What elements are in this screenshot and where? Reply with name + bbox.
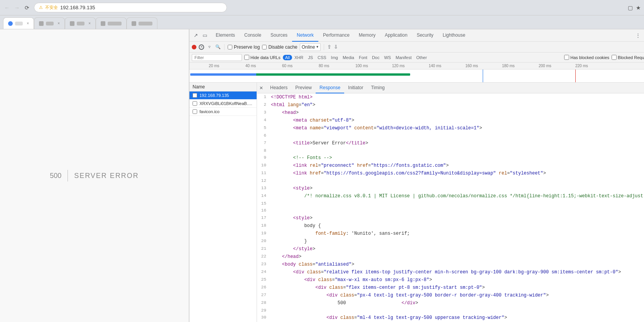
code-line-17: 17 <style>	[257, 214, 644, 222]
line-content-24: <div class="relative flex items-top just…	[271, 269, 644, 276]
resp-tab-timing[interactable]: Timing	[367, 83, 389, 93]
filter-media[interactable]: Media	[340, 55, 357, 60]
line-content-25: <div class="max-w-xl mx-auto sm:px-6 lg:…	[271, 276, 644, 283]
resp-tab-preview[interactable]: Preview	[291, 83, 316, 93]
tab-close-1[interactable]: ×	[27, 21, 29, 25]
resp-tab-response[interactable]: Response	[316, 83, 344, 93]
line-number-7: 7	[257, 140, 271, 147]
code-line-14: 14 /*! normalize.css v8.0.1 | MIT Licens…	[257, 192, 644, 200]
tick-140ms: 140 ms	[429, 64, 441, 68]
upload-icon[interactable]: ⇧	[327, 44, 331, 50]
line-content-16	[271, 207, 644, 214]
tab-application[interactable]: Application	[380, 29, 412, 42]
tab-console[interactable]: Console	[240, 29, 266, 42]
tab-sources[interactable]: Sources	[266, 29, 292, 42]
filter-img[interactable]: Img	[329, 55, 340, 60]
hide-data-urls-checkbox[interactable]: Hide data URLs	[244, 55, 281, 60]
preserve-log-input[interactable]	[228, 45, 232, 49]
line-number-10: 10	[257, 162, 271, 169]
network-split: Name 192.168.79.135 XRXVGiBLi01BKoflNeaB…	[189, 83, 644, 322]
line-content-19: font-family: 'Nunito', sans-serif;	[271, 230, 644, 237]
throttle-arrow-icon: ▼	[316, 45, 319, 49]
network-item-3[interactable]: favicon.ico	[189, 108, 257, 116]
filter-icon[interactable]: ▿	[206, 44, 213, 50]
disable-cache-label: Disable cache	[268, 44, 297, 50]
filter-js[interactable]: JS	[306, 55, 315, 60]
tab-1[interactable]: ×	[3, 17, 34, 29]
network-item-1[interactable]: 192.168.79.135	[189, 92, 257, 100]
tab-lighthouse[interactable]: Lighthouse	[438, 29, 470, 42]
toolbar-separator-1	[224, 44, 225, 50]
throttle-select[interactable]: Online ▼	[300, 43, 321, 51]
filter-right: Has blocked cookies Blocked Requests	[564, 55, 644, 60]
line-number-17: 17	[257, 215, 271, 222]
filter-manifest[interactable]: Manifest	[393, 55, 414, 60]
tab-security[interactable]: Security	[412, 29, 438, 42]
record-button[interactable]	[192, 45, 196, 49]
more-options-icon[interactable]: ⋮	[634, 32, 642, 39]
main-area: 500 SERVER ERROR ↗ ▭ Elements Console So…	[0, 29, 644, 322]
code-line-11: 11 <link href="https://fonts.googleapis.…	[257, 169, 644, 177]
device-icon[interactable]: ▭	[201, 32, 209, 39]
line-content-17: <style>	[271, 215, 644, 222]
tab-2[interactable]: ×	[34, 17, 65, 29]
network-toolbar: ✕ ▿ 🔍 Preserve log Disable cache Online …	[189, 42, 644, 53]
filter-other[interactable]: Other	[414, 55, 429, 60]
filter-all[interactable]: All	[283, 55, 292, 60]
back-button[interactable]: ←	[3, 4, 11, 12]
tab-4[interactable]	[96, 17, 127, 29]
bookmark-icon[interactable]: ★	[636, 5, 641, 11]
refresh-button[interactable]: ⟳	[23, 4, 31, 12]
search-icon[interactable]: 🔍	[215, 44, 221, 50]
line-number-5: 5	[257, 125, 271, 132]
download-icon[interactable]: ⇩	[334, 44, 338, 50]
has-blocked-cookies-input[interactable]	[564, 55, 569, 60]
clear-button[interactable]: ✕	[199, 44, 204, 50]
code-area[interactable]: 1<!DOCTYPE html>2<html lang="en">3 <head…	[257, 93, 644, 322]
line-number-22: 22	[257, 253, 271, 260]
tab-performance[interactable]: Performance	[318, 29, 354, 42]
filter-doc[interactable]: Doc	[370, 55, 382, 60]
line-number-18: 18	[257, 222, 271, 229]
line-content-20: }	[271, 238, 644, 245]
has-blocked-cookies-checkbox[interactable]: Has blocked cookies	[564, 55, 609, 60]
filter-font[interactable]: Font	[357, 55, 370, 60]
tab-close-2[interactable]: ×	[57, 21, 60, 25]
tab-elements[interactable]: Elements	[211, 29, 240, 42]
hide-data-urls-input[interactable]	[244, 55, 249, 60]
code-line-12: 12	[257, 177, 644, 185]
response-panel: ✕ Headers Preview Response Initiator Tim…	[257, 83, 644, 322]
address-bar-container[interactable]: ⚠ 不安全 192.168.79.135	[34, 3, 227, 12]
inspect-icon[interactable]: ↗	[192, 32, 199, 39]
code-line-8: 8	[257, 147, 644, 154]
item-2-checkbox[interactable]	[193, 101, 197, 106]
blocked-requests-input[interactable]	[612, 55, 617, 60]
item-3-checkbox[interactable]	[193, 109, 197, 114]
filter-xhr[interactable]: XHR	[292, 55, 306, 60]
filter-ws[interactable]: WS	[382, 55, 393, 60]
filter-input[interactable]	[192, 54, 242, 61]
forward-button[interactable]: →	[13, 4, 21, 12]
item-1-checkbox[interactable]	[193, 93, 197, 98]
resp-tab-headers[interactable]: Headers	[266, 83, 291, 93]
tab-5[interactable]	[127, 17, 157, 29]
blocked-requests-checkbox[interactable]: Blocked Requests	[612, 55, 644, 60]
preserve-log-checkbox[interactable]: Preserve log	[228, 44, 260, 50]
resp-tab-initiator[interactable]: Initiator	[344, 83, 367, 93]
code-line-15: 15	[257, 200, 644, 207]
error-divider	[68, 170, 68, 181]
tick-60ms: 60 ms	[282, 64, 292, 68]
tab-memory[interactable]: Memory	[354, 29, 380, 42]
close-response-panel-icon[interactable]: ✕	[259, 85, 263, 91]
tab-network[interactable]: Network	[292, 29, 318, 42]
code-line-9: 9 <!-- Fonts -->	[257, 154, 644, 162]
network-item-2[interactable]: XRXVGiBLi01BKoflNeaB.wo...	[189, 100, 257, 108]
filter-css[interactable]: CSS	[315, 55, 329, 60]
tab-3[interactable]: ×	[65, 17, 96, 29]
disable-cache-input[interactable]	[262, 45, 267, 49]
code-line-23: 23 <body class="antialiased">	[257, 261, 644, 268]
line-content-22: </head>	[271, 253, 644, 260]
tab-close-3[interactable]: ×	[88, 21, 91, 25]
extensions-icon[interactable]: ▢	[628, 5, 633, 11]
disable-cache-checkbox[interactable]: Disable cache	[262, 44, 297, 50]
